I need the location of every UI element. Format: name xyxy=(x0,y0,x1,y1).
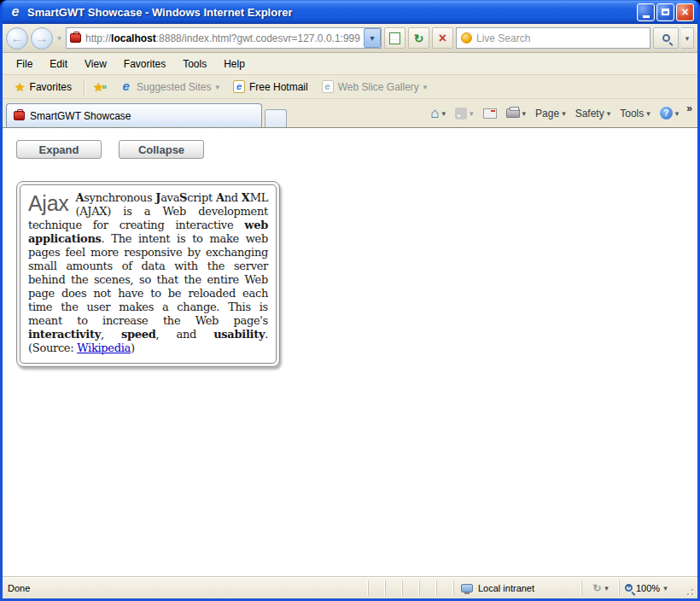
address-dropdown-button[interactable]: ▾ xyxy=(364,28,381,48)
web-slice-gallery-button[interactable]: e Web Slice Gallery ▾ xyxy=(318,78,432,96)
recent-pages-dropdown[interactable]: ▾ xyxy=(55,33,63,43)
text-segment: synchronous xyxy=(84,191,155,204)
minimize-icon xyxy=(643,15,650,18)
menu-favorites[interactable]: Favorites xyxy=(115,55,174,73)
browser-window: e SmartGWT Showcase - Windows Internet E… xyxy=(0,0,700,601)
window-controls: × xyxy=(637,3,694,21)
search-placeholder: Live Search xyxy=(476,32,530,44)
url-text: http://localhost:8888/index.html?gwt.cod… xyxy=(85,32,364,44)
star-icon: ★ xyxy=(15,80,26,94)
ajax-description: AjaxAsynchronous JavaScript And XML (AJA… xyxy=(28,191,268,355)
text-segment: , xyxy=(101,328,121,341)
safety-menu-button[interactable]: Safety ▾ xyxy=(574,106,613,121)
chevron-down-icon: ▾ xyxy=(675,109,680,118)
text-segment: S xyxy=(179,191,187,204)
ajax-panel: AjaxAsynchronous JavaScript And XML (AJA… xyxy=(16,181,280,367)
forward-button[interactable]: → xyxy=(31,27,53,50)
security-report-icon: ↻ xyxy=(592,582,601,594)
chevron-down-icon: ▾ xyxy=(607,109,611,118)
smartgwt-favicon-icon xyxy=(70,33,81,43)
menu-help[interactable]: Help xyxy=(215,55,254,73)
status-pane xyxy=(419,581,436,596)
title-bar: e SmartGWT Showcase - Windows Internet E… xyxy=(3,0,697,24)
wikipedia-link[interactable]: Wikipedia xyxy=(77,341,131,354)
home-button[interactable]: ⌂ ▾ xyxy=(429,105,447,122)
tools-menu-label: Tools xyxy=(620,108,644,120)
web-slice-gallery-label: Web Slice Gallery xyxy=(338,81,419,93)
favorites-button[interactable]: ★ Favorites xyxy=(8,78,79,96)
help-icon: ? xyxy=(660,107,673,120)
rss-icon xyxy=(455,108,467,120)
free-hotmail-label: Free Hotmail xyxy=(249,81,308,93)
free-hotmail-button[interactable]: e Free Hotmail xyxy=(229,78,312,96)
chevron-down-icon: ▾ xyxy=(646,109,650,118)
maximize-button[interactable] xyxy=(656,3,674,21)
ie-logo-icon: e xyxy=(8,4,23,20)
text-segment: ava xyxy=(160,191,179,204)
tools-menu-button[interactable]: Tools ▾ xyxy=(618,106,652,121)
chevron-down-icon: ▾ xyxy=(423,83,428,91)
status-pane xyxy=(385,581,402,596)
compatibility-view-button[interactable] xyxy=(384,27,405,49)
intranet-icon xyxy=(461,584,473,592)
refresh-icon: ↻ xyxy=(414,32,424,45)
expand-button[interactable]: Expand xyxy=(16,140,102,159)
read-mail-button[interactable] xyxy=(481,107,499,120)
menu-edit[interactable]: Edit xyxy=(41,55,76,73)
add-to-favorites-bar-button[interactable]: ★ » xyxy=(90,79,110,96)
chevron-down-icon: ▾ xyxy=(562,109,566,118)
suggested-sites-label: Suggested Sites xyxy=(137,81,211,93)
status-pane xyxy=(436,581,453,596)
refresh-button[interactable]: ↻ xyxy=(408,27,429,49)
search-button[interactable] xyxy=(653,27,679,49)
search-options-dropdown[interactable]: ▾ xyxy=(681,27,694,49)
ie-page-icon: e xyxy=(120,80,132,93)
minimize-button[interactable] xyxy=(637,3,655,21)
chevron-down-icon: ▾ xyxy=(442,109,446,118)
menu-view[interactable]: View xyxy=(76,55,115,73)
toolbar-overflow-button[interactable]: » xyxy=(686,102,692,114)
search-input[interactable]: Live Search xyxy=(456,27,650,49)
text-segment: nd xyxy=(225,191,242,204)
close-button[interactable]: × xyxy=(676,3,694,21)
chevron-down-icon: ▾ xyxy=(663,584,668,592)
smartgwt-favicon-icon xyxy=(14,111,25,120)
menu-tools[interactable]: Tools xyxy=(174,55,215,73)
stop-icon: × xyxy=(439,32,446,44)
menu-bar: File Edit View Favorites Tools Help xyxy=(3,53,697,75)
stop-button[interactable]: × xyxy=(432,27,453,49)
window-title: SmartGWT Showcase - Windows Internet Exp… xyxy=(27,6,637,19)
text-segment: . The intent is to make web pages feel m… xyxy=(28,232,268,327)
add-arrow-icon: » xyxy=(102,82,107,91)
back-button[interactable]: ← xyxy=(6,27,28,50)
resize-grip[interactable] xyxy=(684,577,696,598)
status-text: Done xyxy=(8,581,368,596)
chevron-down-icon: ▾ xyxy=(470,109,474,118)
suggested-sites-button[interactable]: e Suggested Sites ▾ xyxy=(115,78,224,96)
text-segment: , and xyxy=(156,328,214,341)
url-path: :8888/index.html?gwt.codesvr=127.0.0.1:9… xyxy=(156,32,360,44)
page-menu-button[interactable]: Page ▾ xyxy=(534,106,568,121)
zoom-level: 100% xyxy=(636,583,660,593)
text-segment: usability xyxy=(213,328,265,341)
magnifier-icon xyxy=(662,34,670,42)
menu-file[interactable]: File xyxy=(8,55,41,73)
ie-page-icon: e xyxy=(322,80,334,93)
live-search-logo-icon xyxy=(461,32,472,44)
mail-icon xyxy=(483,108,497,119)
tab-smartgwt-showcase[interactable]: SmartGWT Showcase xyxy=(6,103,262,127)
security-zone-indicator: Local intranet xyxy=(453,581,581,596)
command-bar: ⌂ ▾ ▾ ▾ Page ▾ Safety ▾ T xyxy=(287,99,694,127)
security-report-button[interactable]: ↻ ▾ xyxy=(581,581,619,596)
print-button[interactable]: ▾ xyxy=(505,107,528,120)
compatibility-view-icon xyxy=(389,32,400,44)
home-icon: ⌂ xyxy=(430,107,439,120)
zoom-control[interactable]: 100% ▾ xyxy=(619,581,684,596)
new-tab-button[interactable] xyxy=(265,109,287,127)
help-button[interactable]: ? ▾ xyxy=(658,105,681,121)
collapse-button[interactable]: Collapse xyxy=(119,140,204,159)
feeds-button[interactable]: ▾ xyxy=(453,106,475,121)
address-bar-input[interactable]: http://localhost:8888/index.html?gwt.cod… xyxy=(66,27,382,49)
url-protocol: http:// xyxy=(85,32,111,44)
button-row: Expand Collapse xyxy=(16,140,697,159)
